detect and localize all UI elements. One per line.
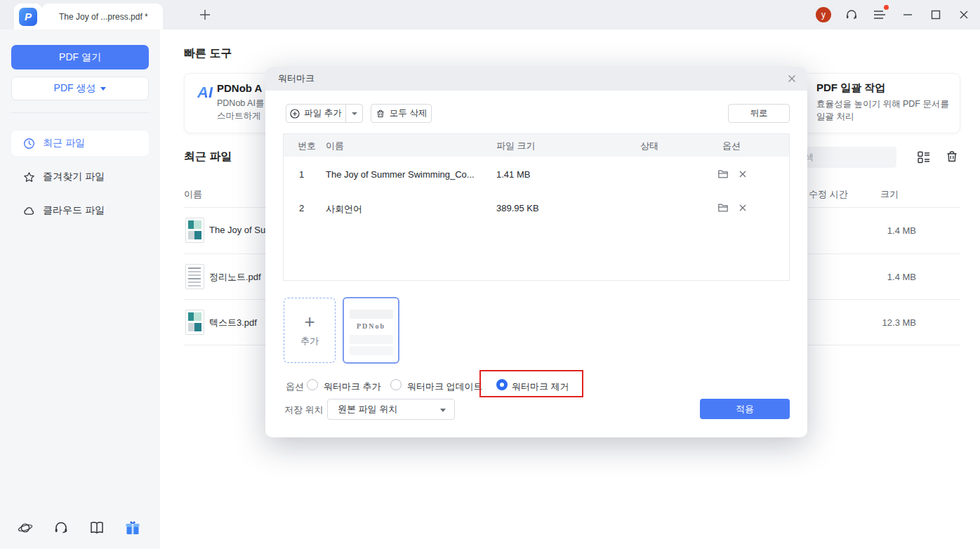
- ai-card-title: PDNob A: [217, 82, 262, 94]
- sidebar-item-label: 클라우드 파일: [43, 204, 105, 217]
- support-headset-icon[interactable]: [844, 7, 859, 22]
- remove-file-icon[interactable]: [737, 168, 748, 180]
- th-name: 이름: [326, 140, 344, 152]
- add-watermark-thumbnail-button[interactable]: + 추가: [284, 298, 336, 363]
- radio-remove-watermark[interactable]: [496, 379, 508, 390]
- apply-button[interactable]: 적용: [700, 399, 790, 419]
- file-name: 텍스트3.pdf: [209, 317, 257, 329]
- app-logo-icon: P: [19, 8, 37, 26]
- titlebar: P The Joy of ...press.pdf * y: [0, 0, 980, 29]
- open-pdf-button[interactable]: PDF 열기: [11, 45, 149, 70]
- close-button[interactable]: [956, 7, 972, 22]
- maximize-button[interactable]: [928, 7, 943, 22]
- radio-remove-watermark-label[interactable]: 워터마크 제거: [512, 381, 569, 393]
- save-location-select[interactable]: 원본 파일 위치: [327, 399, 455, 420]
- dialog-header[interactable]: 워터마크: [265, 67, 807, 91]
- cloud-icon: [23, 205, 35, 217]
- batch-card-title: PDF 일괄 작업: [816, 81, 885, 95]
- th-filesize: 파일 크기: [496, 140, 536, 152]
- recent-files-title: 최근 파일: [184, 150, 232, 164]
- ai-card-desc: PDNob AI를: [217, 98, 264, 110]
- th-status: 상태: [640, 140, 658, 152]
- column-header-size[interactable]: 크기: [880, 188, 899, 201]
- gift-icon[interactable]: [124, 520, 141, 536]
- dialog-close-icon[interactable]: [785, 72, 799, 86]
- minimize-button[interactable]: [900, 7, 915, 22]
- sidebar-item-favorite-files[interactable]: 즐겨찾기 파일: [11, 164, 149, 190]
- radio-update-watermark[interactable]: [390, 379, 402, 390]
- chevron-down-icon: [100, 87, 106, 91]
- table-row[interactable]: 1 The Joy of Summer Swimming_Co... 1.41 …: [284, 158, 789, 192]
- ai-logo-icon: AI: [197, 84, 213, 102]
- row-size: 1.41 MB: [496, 169, 530, 180]
- save-location-value: 원본 파일 위치: [338, 403, 397, 416]
- plus-circle-icon: [290, 109, 300, 119]
- trash-icon[interactable]: [945, 150, 959, 164]
- view-toggle-icon[interactable]: [917, 150, 931, 164]
- app-window: P The Joy of ...press.pdf * y: [0, 0, 980, 549]
- document-tab-title: The Joy of ...press.pdf *: [59, 12, 148, 22]
- row-size: 389.95 KB: [496, 203, 539, 213]
- planet-icon[interactable]: [17, 520, 34, 536]
- add-file-button[interactable]: 파일 추가: [286, 104, 346, 123]
- home-tab[interactable]: P: [14, 4, 42, 29]
- radio-update-watermark-label[interactable]: 워터마크 업데이트: [407, 381, 483, 393]
- open-folder-icon[interactable]: [717, 202, 729, 213]
- avatar[interactable]: y: [816, 7, 831, 22]
- chevron-down-icon: [352, 112, 357, 115]
- book-icon[interactable]: [88, 520, 105, 536]
- open-folder-icon[interactable]: [717, 168, 729, 180]
- preview-bar: [350, 335, 393, 344]
- quick-tools-title: 빠른 도구: [184, 46, 232, 61]
- sidebar-item-label: 최근 파일: [43, 137, 85, 150]
- radio-add-watermark-label[interactable]: 워터마크 추가: [324, 381, 381, 393]
- sidebar-item-recent-files[interactable]: 최근 파일: [11, 131, 149, 156]
- add-file-dropdown-button[interactable]: [345, 104, 363, 123]
- row-name: 사회언어: [326, 203, 362, 216]
- back-button[interactable]: 뒤로: [728, 104, 790, 123]
- create-pdf-button[interactable]: PDF 생성: [11, 77, 149, 100]
- sidebar-item-cloud-files[interactable]: 클라우드 파일: [11, 198, 149, 223]
- column-header-name[interactable]: 이름: [184, 188, 202, 201]
- preview-bar: [350, 346, 393, 355]
- batch-card-desc: 일괄 처리: [816, 111, 854, 123]
- file-size: 1.4 MB: [842, 272, 916, 282]
- menu-icon[interactable]: [872, 7, 887, 22]
- save-location-label: 저장 위치: [284, 404, 324, 416]
- file-name: The Joy of Su: [209, 225, 265, 235]
- batch-card-desc: 효율성을 높이기 위해 PDF 문서를: [816, 98, 949, 110]
- file-size: 12.3 MB: [842, 317, 916, 328]
- watermark-dialog: 워터마크 파일 추가 모두 삭제 뒤로 번호 이름 파일 크기 상태 옵션: [265, 67, 807, 437]
- sidebar-divider: [11, 112, 149, 113]
- column-header-modified[interactable]: 수정 시간: [809, 188, 848, 201]
- radio-add-watermark[interactable]: [307, 379, 318, 390]
- row-number: 2: [299, 203, 304, 213]
- table-row[interactable]: 2 사회언어 389.95 KB: [284, 192, 789, 225]
- dialog-file-table: 번호 이름 파일 크기 상태 옵션 1 The Joy of Summer Sw…: [283, 133, 790, 281]
- sidebar: PDF 열기 PDF 생성 최근 파일 즐겨찾기 파일 클라우드 파일: [0, 29, 160, 549]
- ai-card-desc: 스마트하게: [217, 110, 261, 122]
- star-icon: [23, 171, 35, 183]
- watermark-text: PDNob: [344, 322, 398, 330]
- file-thumbnail: [185, 264, 204, 289]
- th-options: 옵션: [722, 140, 741, 152]
- options-label: 옵션: [286, 381, 304, 393]
- headset-icon[interactable]: [53, 520, 69, 536]
- clock-icon: [23, 138, 35, 150]
- preview-bar: [350, 310, 393, 319]
- th-number: 번호: [298, 140, 316, 152]
- new-tab-button[interactable]: [198, 8, 212, 22]
- file-size: 1.4 MB: [842, 225, 916, 236]
- row-name: The Joy of Summer Swimming_Co...: [326, 169, 475, 180]
- remove-file-icon[interactable]: [737, 202, 748, 213]
- delete-all-button[interactable]: 모두 삭제: [371, 104, 432, 123]
- document-tab[interactable]: The Joy of ...press.pdf *: [42, 4, 163, 29]
- notification-dot: [884, 5, 889, 10]
- row-number: 1: [299, 169, 304, 180]
- table-header-row: 번호 이름 파일 크기 상태 옵션: [284, 134, 789, 157]
- dialog-title: 워터마크: [278, 72, 314, 85]
- file-thumbnail: [185, 310, 204, 335]
- file-name: 정리노트.pdf: [209, 271, 261, 284]
- file-thumbnail: [185, 218, 204, 243]
- watermark-preview-thumbnail[interactable]: PDNob: [343, 297, 399, 364]
